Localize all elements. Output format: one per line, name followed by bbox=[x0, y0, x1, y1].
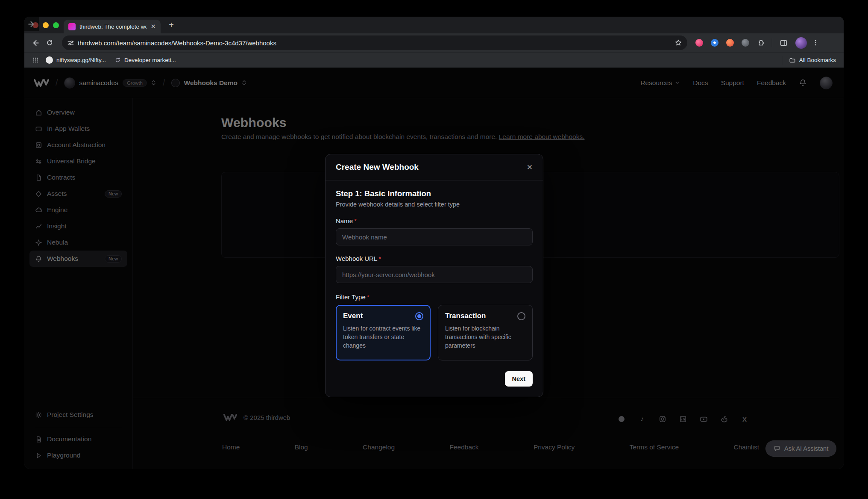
bookmark-favicon-icon bbox=[114, 57, 121, 63]
github-favicon-icon bbox=[46, 56, 53, 64]
apps-grid-icon[interactable] bbox=[29, 53, 41, 68]
required-asterisk: * bbox=[354, 217, 357, 224]
bookmark-label: Developer marketi... bbox=[124, 57, 176, 63]
extension-icon-4[interactable] bbox=[738, 35, 753, 50]
event-option-title: Event bbox=[343, 312, 363, 320]
back-icon[interactable] bbox=[28, 35, 42, 50]
new-tab-button[interactable]: + bbox=[166, 20, 176, 30]
site-controls-icon[interactable] bbox=[67, 39, 74, 47]
browser-menu-icon[interactable] bbox=[810, 35, 821, 50]
step-subtitle: Provide webhook details and select filte… bbox=[336, 201, 533, 208]
reload-icon[interactable] bbox=[42, 35, 57, 50]
tab-close-icon[interactable]: ✕ bbox=[150, 23, 156, 30]
extension-icon-1[interactable] bbox=[692, 35, 707, 50]
extension-icon-2[interactable] bbox=[707, 35, 722, 50]
extensions-puzzle-icon[interactable] bbox=[753, 35, 768, 50]
thirdweb-favicon bbox=[68, 23, 76, 30]
event-radio-button[interactable] bbox=[415, 312, 423, 320]
webhook-url-label-text: Webhook URL bbox=[336, 255, 377, 262]
filter-type-options: Event Listen for contract events like to… bbox=[336, 305, 533, 360]
browser-tab[interactable]: thirdweb: The complete web3 ✕ bbox=[64, 20, 161, 33]
browser-window: thirdweb: The complete web3 ✕ + thirdweb… bbox=[24, 17, 844, 469]
tab-strip: thirdweb: The complete web3 ✕ + bbox=[24, 17, 844, 33]
forward-icon[interactable] bbox=[24, 17, 39, 31]
folder-icon bbox=[789, 57, 796, 64]
tab-title: thirdweb: The complete web3 bbox=[79, 24, 147, 30]
transaction-option-title: Transaction bbox=[445, 312, 486, 320]
filter-type-label-text: Filter Type bbox=[336, 293, 366, 301]
zoom-window-button[interactable] bbox=[53, 22, 59, 28]
filter-option-event[interactable]: Event Listen for contract events like to… bbox=[336, 305, 431, 360]
minimize-window-button[interactable] bbox=[43, 22, 49, 28]
modal-body: Step 1: Basic Information Provide webhoo… bbox=[326, 180, 543, 397]
modal-header: Create New Webhook ✕ bbox=[326, 154, 543, 180]
event-option-description: Listen for contract events like token tr… bbox=[343, 325, 423, 350]
close-icon[interactable]: ✕ bbox=[527, 164, 533, 171]
url-text: thirdweb.com/team/saminacodes/Webhooks-D… bbox=[78, 39, 674, 47]
name-label: Name* bbox=[336, 217, 533, 224]
webhook-url-input[interactable] bbox=[336, 266, 533, 283]
extension-icon-3[interactable] bbox=[722, 35, 738, 50]
bookmark-label: niftyswap.gg/Nifty... bbox=[56, 57, 106, 63]
bookmarks-divider bbox=[782, 56, 782, 65]
address-bar[interactable]: thirdweb.com/team/saminacodes/Webhooks-D… bbox=[62, 35, 687, 50]
required-asterisk: * bbox=[367, 293, 369, 301]
bookmark-item-niftyswap[interactable]: niftyswap.gg/Nifty... bbox=[41, 54, 110, 66]
extensions-row bbox=[692, 35, 821, 50]
bookmark-item-developer-marketing[interactable]: Developer marketi... bbox=[110, 54, 180, 66]
filter-option-transaction[interactable]: Transaction Listen for blockchain transa… bbox=[438, 305, 533, 360]
bookmark-star-icon[interactable] bbox=[674, 39, 682, 47]
bookmarks-bar: niftyswap.gg/Nifty... Developer marketi.… bbox=[24, 52, 844, 68]
next-button[interactable]: Next bbox=[505, 371, 533, 387]
create-webhook-modal: Create New Webhook ✕ Step 1: Basic Infor… bbox=[325, 154, 543, 397]
all-bookmarks-label: All Bookmarks bbox=[799, 57, 836, 63]
transaction-option-description: Listen for blockchain transactions with … bbox=[445, 325, 525, 350]
filter-type-label: Filter Type* bbox=[336, 293, 533, 301]
modal-title: Create New Webhook bbox=[336, 162, 419, 172]
transaction-radio-button[interactable] bbox=[517, 312, 525, 320]
name-label-text: Name bbox=[336, 217, 353, 224]
webhook-name-input[interactable] bbox=[336, 228, 533, 245]
required-asterisk: * bbox=[378, 255, 381, 262]
toolbar-divider bbox=[772, 38, 772, 47]
browser-toolbar: thirdweb.com/team/saminacodes/Webhooks-D… bbox=[24, 33, 844, 52]
thirdweb-page: / saminacodes Growth / Webhooks Demo Res… bbox=[24, 68, 844, 469]
all-bookmarks-button[interactable]: All Bookmarks bbox=[789, 57, 836, 64]
webhook-url-label: Webhook URL* bbox=[336, 255, 533, 262]
browser-profile-avatar[interactable] bbox=[795, 37, 807, 49]
side-panel-icon[interactable] bbox=[776, 35, 791, 50]
step-title: Step 1: Basic Information bbox=[336, 189, 533, 198]
modal-actions: Next bbox=[336, 371, 533, 387]
